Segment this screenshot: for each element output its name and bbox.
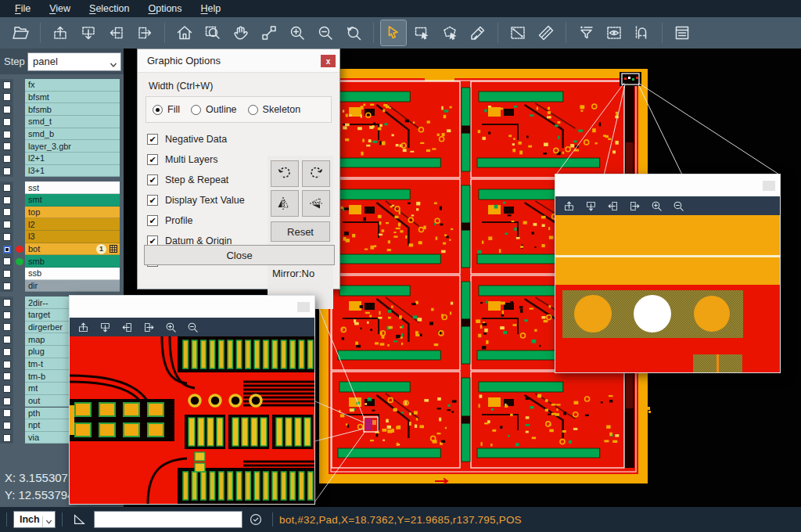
layer-visibility-checkbox[interactable] — [0, 333, 13, 346]
open-file-icon[interactable] — [8, 20, 33, 45]
layer-row-sst[interactable]: sst — [0, 182, 124, 194]
reset-button[interactable]: Reset — [271, 221, 330, 242]
pan-down-icon[interactable] — [582, 198, 599, 214]
rect-select-icon[interactable] — [409, 20, 434, 45]
mirror-vertical-button[interactable] — [302, 190, 330, 217]
zoom-out-icon[interactable] — [313, 20, 338, 45]
layer-row-l2[interactable]: l2 — [0, 218, 124, 231]
layer-visibility-checkbox[interactable] — [0, 153, 13, 165]
layer-visibility-checkbox[interactable] — [0, 322, 13, 334]
angle-measure-icon[interactable] — [72, 512, 86, 527]
layer-row-fx[interactable]: fx — [0, 79, 124, 92]
layer-visibility-checkbox[interactable] — [0, 165, 13, 178]
layer-row-l3[interactable]: l3 — [0, 231, 124, 243]
layer-visibility-checkbox[interactable] — [0, 231, 13, 243]
layer-visibility-checkbox[interactable] — [0, 395, 13, 408]
dialog-titlebar[interactable]: Graphic Options x — [138, 49, 339, 73]
layer-row-bfsmt[interactable]: bfsmt — [0, 92, 124, 104]
layers-panel-icon[interactable] — [670, 20, 695, 45]
layer-row-bfsmb[interactable]: bfsmb — [0, 103, 124, 116]
layer-row-top[interactable]: top — [0, 207, 124, 219]
pan-up-icon[interactable] — [74, 319, 92, 335]
view-eye-icon[interactable] — [602, 20, 627, 45]
menu-help[interactable]: Help — [192, 2, 230, 16]
magnifier-right-titlebar[interactable] — [555, 174, 780, 196]
layer-visibility-checkbox[interactable] — [0, 358, 13, 371]
window-button[interactable] — [297, 302, 310, 312]
layer-row-dir[interactable]: dir — [0, 280, 124, 293]
view-down-icon[interactable] — [76, 20, 101, 45]
layer-visibility-checkbox[interactable] — [0, 432, 13, 444]
layer-row-smd_t[interactable]: smd_t — [0, 116, 124, 128]
highlight-net-icon[interactable] — [630, 20, 655, 45]
measure-line-icon[interactable] — [505, 20, 530, 45]
pan-hand-icon[interactable] — [228, 20, 253, 45]
group-select-icon[interactable] — [437, 20, 462, 45]
select-arrow-icon[interactable] — [381, 20, 406, 45]
layer-visibility-checkbox[interactable] — [0, 116, 13, 128]
layer-visibility-checkbox[interactable] — [0, 140, 13, 153]
pan-right-icon[interactable] — [140, 319, 157, 335]
dialog-close-button[interactable]: Close — [144, 245, 335, 265]
layer-row-l3+1[interactable]: l3+1 — [0, 165, 124, 178]
layer-row-smt[interactable]: smt — [0, 194, 124, 207]
measure-path-icon[interactable] — [257, 20, 282, 45]
layer-visibility-checkbox[interactable] — [0, 297, 13, 309]
layer-visibility-checkbox[interactable] — [0, 370, 13, 383]
menu-file[interactable]: File — [6, 2, 39, 16]
rotate-ccw-button[interactable] — [302, 160, 330, 187]
zoom-in-icon[interactable] — [648, 198, 665, 214]
layer-visibility-checkbox[interactable] — [0, 79, 13, 92]
rotate-cw-button[interactable] — [271, 160, 299, 187]
filter-icon[interactable] — [573, 20, 598, 45]
home-extents-icon[interactable] — [172, 20, 197, 45]
pan-left-icon[interactable] — [604, 198, 621, 214]
layer-visibility-checkbox[interactable] — [0, 383, 13, 395]
zoom-in-icon[interactable] — [162, 319, 179, 335]
layer-visibility-checkbox[interactable] — [0, 182, 13, 194]
layer-visibility-checkbox[interactable] — [0, 408, 13, 420]
pan-left-icon[interactable] — [118, 319, 135, 335]
pan-right-icon[interactable] — [626, 198, 643, 214]
checkbox-negative-data[interactable]: ✔Negative Data — [138, 129, 339, 149]
layer-row-smb[interactable]: smb — [0, 255, 124, 268]
zoom-in-icon[interactable] — [285, 20, 310, 45]
window-button[interactable] — [763, 181, 775, 191]
layer-row-ssb[interactable]: ssb — [0, 268, 124, 280]
layer-row-l2+1[interactable]: l2+1 — [0, 153, 124, 165]
layer-visibility-checkbox[interactable] — [0, 243, 13, 256]
unit-combobox[interactable]: Inch — [13, 511, 56, 528]
zoom-out-icon[interactable] — [184, 319, 201, 335]
view-up-icon[interactable] — [48, 20, 73, 45]
command-input[interactable] — [94, 511, 242, 528]
menu-view[interactable]: View — [41, 2, 79, 16]
radio-skeleton[interactable]: Skeleton — [248, 104, 301, 115]
view-right-icon[interactable] — [132, 20, 157, 45]
pan-down-icon[interactable] — [96, 319, 113, 335]
radio-fill[interactable]: Fill — [153, 104, 180, 115]
layer-visibility-checkbox[interactable] — [0, 346, 13, 358]
layer-visibility-checkbox[interactable] — [0, 255, 13, 268]
layer-visibility-checkbox[interactable] — [0, 280, 13, 293]
layer-row-smd_b[interactable]: smd_b — [0, 128, 124, 141]
layer-row-bot[interactable]: bot1 — [0, 243, 124, 256]
layer-visibility-checkbox[interactable] — [0, 92, 13, 104]
radio-outline[interactable]: Outline — [191, 104, 237, 115]
magnifier-left-view[interactable] — [70, 336, 314, 504]
layer-visibility-checkbox[interactable] — [0, 103, 13, 116]
layer-visibility-checkbox[interactable] — [0, 309, 13, 322]
ruler-icon[interactable] — [533, 20, 559, 45]
magnifier-left-titlebar[interactable] — [70, 296, 314, 318]
confirm-circle-icon[interactable] — [249, 512, 263, 527]
layer-visibility-checkbox[interactable] — [0, 268, 13, 280]
pan-up-icon[interactable] — [560, 198, 577, 214]
clear-brush-icon[interactable] — [465, 20, 490, 45]
layer-visibility-checkbox[interactable] — [0, 128, 13, 141]
view-left-icon[interactable] — [104, 20, 129, 45]
layer-row-layer_3.gbr[interactable]: layer_3.gbr — [0, 140, 124, 153]
zoom-previous-icon[interactable] — [341, 20, 366, 45]
layer-visibility-checkbox[interactable] — [0, 194, 13, 207]
close-icon[interactable]: x — [321, 55, 336, 67]
zoom-out-icon[interactable] — [670, 198, 687, 214]
layer-visibility-checkbox[interactable] — [0, 218, 13, 231]
